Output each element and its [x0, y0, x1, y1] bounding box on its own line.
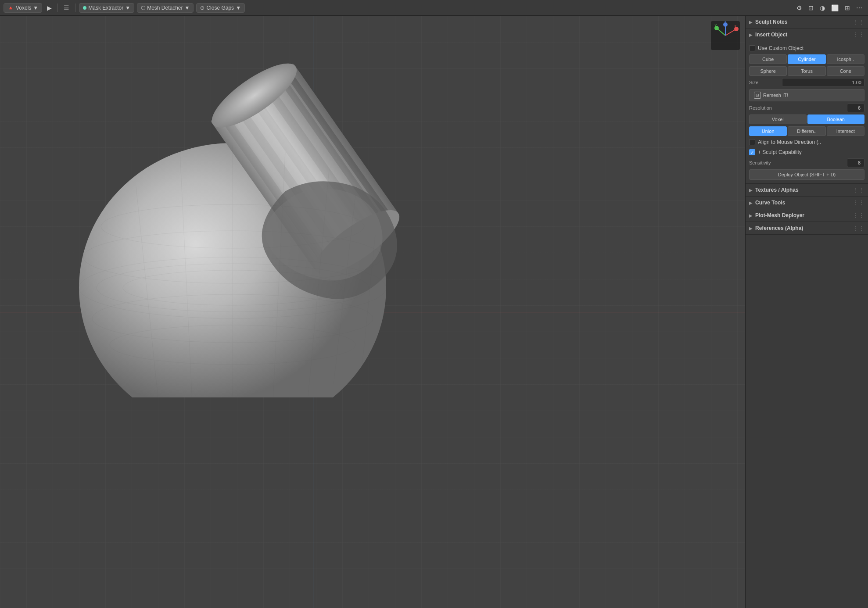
mesh-detacher-tool[interactable]: ⬡ Mesh Detacher ▼: [137, 3, 194, 13]
bool-ops-group: Union Differen.. Intersect: [749, 126, 864, 136]
mesh-detacher-caret: ▼: [185, 5, 190, 11]
voxel-button[interactable]: Voxel: [749, 114, 807, 124]
insert-object-title: Insert Object: [755, 32, 850, 38]
sculpt-cap-row: + Sculpt Capability: [749, 148, 864, 156]
tool-dot: [83, 6, 86, 10]
references-dots: ⋮⋮: [852, 225, 864, 232]
cylinder-button[interactable]: Cylinder: [788, 54, 825, 64]
mode-selector[interactable]: 🔺 Voxels ▼: [4, 3, 42, 13]
curve-tools-header[interactable]: ▶ Curve Tools ⋮⋮: [746, 197, 868, 209]
curve-tools-section: ▶ Curve Tools ⋮⋮: [746, 197, 868, 209]
curve-tools-arrow: ▶: [749, 200, 753, 205]
main-area: X Y Z ▶ Sculpt Notes ⋮⋮ ▶: [0, 16, 868, 608]
textures-alphas-title: Textures / Alphas: [755, 187, 850, 193]
close-gaps-icon: ⊙: [200, 5, 204, 11]
toolbar-right: ⚙ ⊡ ◑ ⬜ ⊞ ⋯: [794, 4, 864, 12]
align-checkbox[interactable]: [749, 139, 755, 145]
close-gaps-caret: ▼: [236, 5, 241, 11]
insert-object-section: ▶ Insert Object ⋮⋮ Use Custom Object Cub…: [746, 29, 868, 184]
scene-object: [70, 38, 448, 397]
viewport-icon[interactable]: ⬜: [829, 4, 841, 12]
curve-tools-title: Curve Tools: [755, 200, 850, 206]
mask-extractor-label: Mask Extractor: [88, 5, 123, 11]
use-custom-label: Use Custom Object: [758, 45, 803, 51]
insert-object-header[interactable]: ▶ Insert Object ⋮⋮: [746, 29, 868, 41]
sculpt-notes-section: ▶ Sculpt Notes ⋮⋮: [746, 16, 868, 29]
grid-icon[interactable]: ⊞: [843, 4, 852, 12]
sculpt-cap-checkbox[interactable]: [749, 149, 755, 155]
size-input[interactable]: [785, 80, 861, 85]
insert-object-dots: ⋮⋮: [852, 31, 864, 38]
insert-object-body: Use Custom Object Cube Cylinder Icosph..…: [746, 41, 868, 183]
textures-alphas-dots: ⋮⋮: [852, 186, 864, 193]
insert-object-arrow: ▶: [749, 32, 753, 37]
plot-mesh-section: ▶ Plot-Mesh Deployer ⋮⋮: [746, 209, 868, 222]
resolution-row: Resolution 6: [749, 104, 864, 112]
svg-text:X: X: [734, 24, 737, 28]
plot-mesh-header[interactable]: ▶ Plot-Mesh Deployer ⋮⋮: [746, 209, 868, 222]
menu-button[interactable]: ☰: [61, 4, 72, 12]
overlay-icon[interactable]: ⊡: [806, 4, 816, 12]
cone-button[interactable]: Cone: [827, 66, 864, 76]
mesh-detacher-icon: ⬡: [141, 5, 145, 11]
close-gaps-label: Close Gaps: [206, 5, 234, 11]
sculpt-cap-label: + Sculpt Capability: [758, 149, 802, 155]
icosphere-button[interactable]: Icosph..: [827, 54, 864, 64]
remesh-button[interactable]: ⊡ Remesh IT!: [749, 89, 864, 101]
sculpt-notes-title: Sculpt Notes: [755, 19, 850, 25]
separator-1: [57, 4, 58, 12]
cube-button[interactable]: Cube: [749, 54, 787, 64]
references-header[interactable]: ▶ References (Alpha) ⋮⋮: [746, 222, 868, 234]
deploy-button[interactable]: Deploy Object (SHIFT + D): [749, 169, 864, 180]
sensitivity-row: Sensitivity 8: [749, 158, 864, 167]
references-section: ▶ References (Alpha) ⋮⋮: [746, 222, 868, 235]
blender-icon: 🔺: [7, 5, 14, 11]
intersect-button[interactable]: Intersect: [827, 126, 864, 136]
object-type-row2: Sphere Torus Cone: [749, 66, 864, 76]
remesh-icon: ⊡: [754, 92, 761, 99]
difference-button[interactable]: Differen..: [788, 126, 825, 136]
boolean-button[interactable]: Boolean: [807, 114, 865, 124]
union-button[interactable]: Union: [749, 126, 787, 136]
scene-svg: [70, 38, 448, 397]
svg-text:Z: Z: [725, 20, 727, 24]
shading-icon[interactable]: ◑: [818, 4, 827, 12]
separator-2: [75, 4, 75, 12]
textures-alphas-arrow: ▶: [749, 188, 753, 193]
sculpt-notes-header[interactable]: ▶ Sculpt Notes ⋮⋮: [746, 16, 868, 28]
viewport[interactable]: X Y Z: [0, 16, 745, 608]
use-custom-checkbox[interactable]: [749, 45, 755, 51]
mask-extractor-tool[interactable]: Mask Extractor ▼: [79, 3, 134, 13]
sensitivity-value[interactable]: 8: [847, 158, 864, 167]
sphere-button[interactable]: Sphere: [749, 66, 787, 76]
svg-text:Y: Y: [714, 23, 717, 27]
textures-alphas-section: ▶ Textures / Alphas ⋮⋮: [746, 184, 868, 197]
play-button[interactable]: ▶: [45, 4, 54, 12]
curve-tools-dots: ⋮⋮: [852, 199, 864, 206]
align-label: Align to Mouse Direction (..: [758, 139, 821, 145]
object-type-row1: Cube Cylinder Icosph..: [749, 54, 864, 64]
extra-icon[interactable]: ⋯: [854, 4, 864, 12]
bool-type-group: Voxel Boolean: [749, 114, 864, 124]
settings-icon[interactable]: ⚙: [794, 4, 804, 12]
sculpt-notes-arrow: ▶: [749, 20, 753, 25]
mode-caret: ▼: [33, 5, 38, 11]
textures-alphas-header[interactable]: ▶ Textures / Alphas ⋮⋮: [746, 184, 868, 196]
mesh-detacher-label: Mesh Detacher: [147, 5, 183, 11]
plot-mesh-dots: ⋮⋮: [852, 212, 864, 219]
references-arrow: ▶: [749, 226, 753, 231]
remesh-label: Remesh IT!: [763, 93, 788, 98]
close-gaps-tool[interactable]: ⊙ Close Gaps ▼: [196, 3, 245, 13]
sensitivity-label: Sensitivity: [749, 160, 845, 165]
resolution-value[interactable]: 6: [847, 104, 864, 112]
torus-button[interactable]: Torus: [788, 66, 825, 76]
references-title: References (Alpha): [755, 225, 850, 231]
mode-label: Voxels: [16, 5, 31, 11]
align-row: Align to Mouse Direction (..: [749, 138, 864, 146]
plot-mesh-arrow: ▶: [749, 213, 753, 218]
use-custom-row: Use Custom Object: [749, 44, 864, 52]
size-label: Size: [749, 80, 780, 85]
plot-mesh-title: Plot-Mesh Deployer: [755, 212, 850, 218]
size-field-row: Size: [749, 78, 864, 87]
size-value[interactable]: [782, 78, 864, 87]
